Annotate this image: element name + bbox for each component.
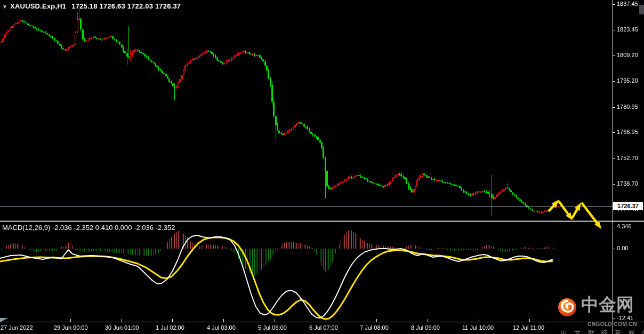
time-axis-label: 30 Jun 01:00 — [105, 324, 139, 331]
chart-symbol-label: XAUUSD.Exp,H1 — [10, 2, 66, 10]
chart-title-bar: ▼XAUUSD.Exp,H11725.18 1726.63 1722.03 17… — [2, 2, 181, 10]
current-price-tag: 1726.37 — [613, 202, 643, 210]
time-axis-label: 11 Jul 10:00 — [462, 324, 494, 331]
macd-axis-label: 4.346 — [617, 223, 632, 229]
time-axis-label: 4 Jul 03:00 — [207, 324, 236, 331]
time-axis-label: 1 Jul 02:00 — [156, 324, 184, 331]
macd-axis-label: -12.41 — [617, 315, 633, 321]
time-axis-label: 29 Jun 00:00 — [54, 324, 88, 331]
price-axis-label: 1752.70 — [617, 155, 638, 161]
time-axis-label: 5 Jul 06:00 — [258, 324, 287, 331]
symbol-dropdown-icon: ▼ — [2, 4, 7, 10]
macd-indicator-label: MACD(12,26,9) -2.036 -2.352 0.410 0.000 … — [2, 224, 175, 232]
time-axis-label: 6 Jul 07:00 — [309, 324, 338, 331]
chart-canvas[interactable] — [0, 0, 644, 334]
price-axis-label: 1809.20 — [617, 52, 638, 58]
brand-text: 中金网 — [581, 297, 634, 313]
price-axis-label: 1823.45 — [617, 26, 638, 33]
macd-axis-label: 0.00 — [617, 245, 628, 251]
time-axis-label: 12 Jul 11:00 — [513, 324, 544, 331]
ohlc-quote-label: 1725.18 1726.63 1722.03 1726.37 — [71, 2, 181, 10]
price-axis-label: 1738.70 — [617, 180, 638, 187]
price-axis-label: 1766.95 — [617, 129, 638, 135]
time-axis-label: 7 Jul 08:00 — [360, 324, 389, 331]
time-axis-label: 8 Jul 09:00 — [411, 324, 440, 331]
chart-window: ▼XAUUSD.Exp,H11725.18 1726.63 1722.03 17… — [0, 0, 644, 334]
price-axis-label: 1837.45 — [617, 1, 638, 7]
price-axis-label: 1780.95 — [617, 104, 638, 110]
cloud-logo-icon — [558, 297, 578, 320]
scroll-end-marker[interactable] — [0, 318, 8, 322]
time-axis-label: 27 Jun 2022 — [1, 324, 33, 331]
price-axis-label: 1795.20 — [617, 77, 638, 84]
time-axis[interactable]: 27 Jun 202229 Jun 00:0030 Jun 01:001 Jul… — [0, 323, 644, 334]
chart-shift-box[interactable] — [639, 5, 644, 14]
